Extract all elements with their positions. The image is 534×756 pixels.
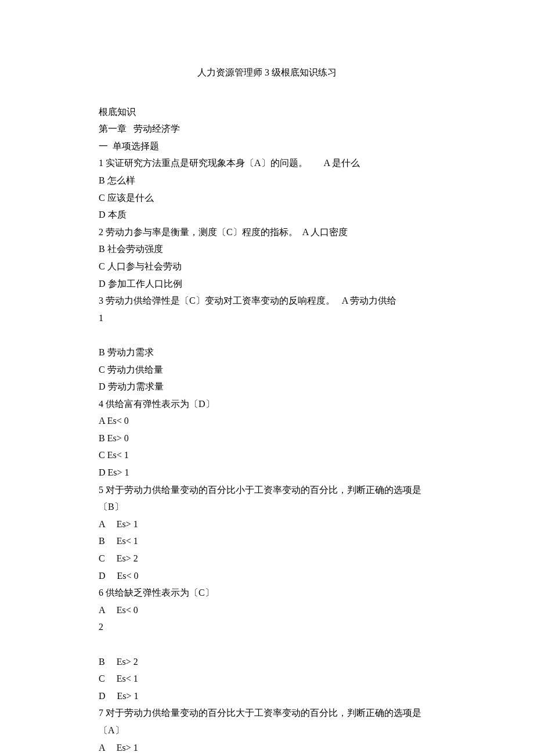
blank-line [99,326,435,344]
text-line: A Es> 1 [99,516,435,533]
text-line: B Es< 1 [99,532,435,550]
text-line: D Es< 0 [99,567,435,585]
text-line: A Es> 1 [99,739,435,756]
text-line: B 怎么样 [99,172,435,189]
text-line: B 社会劳动强度 [99,240,435,258]
text-line: D 劳动力需求量 [99,378,435,395]
text-line: 7 对于劳动力供给量变动的百分比大于工资率变动的百分比，判断正确的选项是〔A〕 [99,704,435,739]
text-line: C 人口参与社会劳动 [99,258,435,275]
text-line: D Es> 1 [99,464,435,481]
text-line: 第一章 劳动经济学 [99,120,435,138]
text-line: 4 供给富有弹性表示为〔D〕 [99,395,435,413]
text-line: B Es> 2 [99,653,435,671]
text-line: B 劳动力需求 [99,344,435,361]
text-line: 1 [99,309,435,327]
text-line: B Es> 0 [99,430,435,447]
text-line: C Es< 1 [99,447,435,464]
text-line: C Es< 1 [99,670,435,687]
text-line: C 应该是什么 [99,189,435,207]
text-line: 6 供给缺乏弹性表示为〔C〕 [99,584,435,602]
text-line: 5 对于劳动力供给量变动的百分比小于工资率变动的百分比，判断正确的选项是〔B〕 [99,481,435,516]
text-line: 3 劳动力供给弹性是〔C〕变动对工资率变动的反响程度。 A 劳动力供给 [99,292,435,309]
document-body: 根底知识第一章 劳动经济学一 单项选择题1 实证研究方法重点是研究现象本身〔A〕… [99,103,435,756]
text-line: 根底知识 [99,103,435,121]
text-line: C 劳动力供给量 [99,361,435,379]
text-line: 一 单项选择题 [99,138,435,155]
text-line: 1 实证研究方法重点是研究现象本身〔A〕的问题。 A 是什么 [99,154,435,172]
text-line: D 参加工作人口比例 [99,275,435,293]
text-line: D Es> 1 [99,687,435,705]
text-line: A Es< 0 [99,602,435,619]
text-line: C Es> 2 [99,550,435,567]
blank-line [99,636,435,653]
document-title: 人力资源管理师 3 级根底知识练习 [99,64,435,81]
text-line: A Es< 0 [99,412,435,430]
text-line: D 本质 [99,206,435,224]
text-line: 2 [99,618,435,636]
text-line: 2 劳动力参与率是衡量，测度〔C〕程度的指标。 A 人口密度 [99,224,435,241]
